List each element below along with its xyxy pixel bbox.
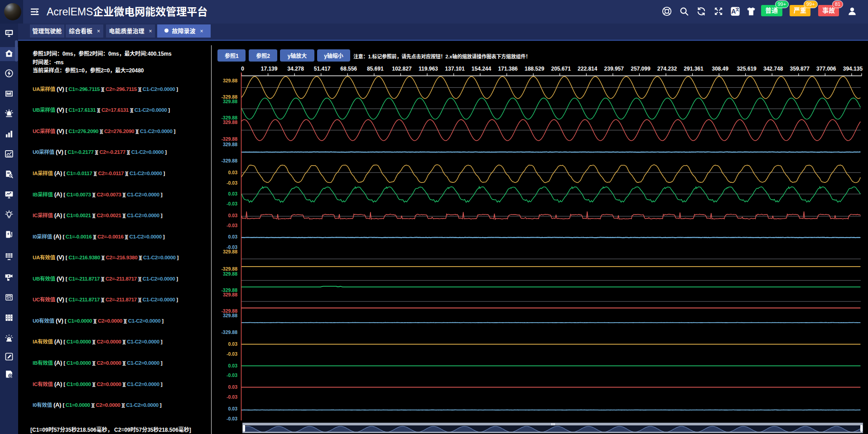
edit-icon[interactable] xyxy=(5,352,14,361)
unit-label: (A) xyxy=(53,338,64,345)
cctv-camera-icon[interactable] xyxy=(5,272,14,281)
bracket: ][ xyxy=(121,213,127,218)
c2-value: C2=0.0000 xyxy=(96,360,121,366)
bracket: ][ xyxy=(92,318,98,324)
diff-value: C1-C2=0.0000 xyxy=(131,149,164,155)
alarm-button-3[interactable]: 事故81 xyxy=(818,5,839,16)
svg-text:34.278: 34.278 xyxy=(287,66,304,72)
c1-value: C1=0.0000 xyxy=(67,382,91,387)
svg-text:0: 0 xyxy=(241,66,244,72)
server-icon[interactable] xyxy=(5,293,14,302)
svg-text:文: 文 xyxy=(735,7,739,12)
bracket: ][ xyxy=(96,107,101,113)
chart-folder-icon[interactable] xyxy=(5,89,14,98)
diff-value: C1-C2=0.0000 xyxy=(135,107,167,113)
fullscreen-icon[interactable] xyxy=(714,6,723,16)
svg-text:0.03: 0.03 xyxy=(228,406,238,411)
bracket: ][ xyxy=(100,255,106,260)
tab-2[interactable]: 综合看板× xyxy=(66,24,103,38)
channel-label: IB有效值 xyxy=(33,360,53,366)
svg-text:102.827: 102.827 xyxy=(392,66,412,72)
svg-text:119.963: 119.963 xyxy=(419,66,438,72)
avatar[interactable] xyxy=(4,3,21,20)
tab-label: 综合看板 xyxy=(69,28,92,34)
c1-value: C1=-0.2177 xyxy=(68,149,93,155)
diff-value: C1-C2=0.0000 xyxy=(143,86,175,92)
datazoom-slider[interactable] xyxy=(242,423,863,433)
tab-close-icon[interactable]: × xyxy=(97,28,100,34)
tab-4[interactable]: 故障录波× xyxy=(157,24,211,38)
alarm-siren-icon[interactable] xyxy=(5,109,14,118)
bracket: ][ xyxy=(100,86,106,92)
doc-gear-icon[interactable] xyxy=(5,370,14,379)
display-icon[interactable] xyxy=(5,29,14,38)
alarm-button-1[interactable]: 普通99+ xyxy=(761,5,782,16)
svg-text:0.03: 0.03 xyxy=(228,363,238,368)
bracket: ][ xyxy=(98,129,104,134)
svg-text:329.88: 329.88 xyxy=(223,249,237,254)
top-header: AcrelEMS企业微电网能效管理平台 A文 普通99+严重99+事故81 xyxy=(23,0,868,24)
c1-value: C1=0.0000 xyxy=(67,339,91,344)
alarm-badge: 99+ xyxy=(775,0,789,8)
tab-close-icon[interactable]: × xyxy=(149,28,152,34)
datazoom-right-handle[interactable] xyxy=(860,425,863,432)
c2-value: C2=-296.7115 xyxy=(106,86,137,92)
svg-text:-0.03: -0.03 xyxy=(227,372,237,378)
svg-text:329.88: 329.88 xyxy=(223,142,237,147)
bulb-icon[interactable] xyxy=(5,210,14,219)
bracket: ][ xyxy=(121,360,127,366)
svg-text:-0.03: -0.03 xyxy=(227,416,237,421)
tab-1[interactable]: 管理驾驶舱 xyxy=(30,24,64,38)
bracket: ][ xyxy=(121,192,127,197)
channel-label: IA有效值 xyxy=(33,339,53,344)
channel-row-U0有效值: U0有效值 (V) [ C1=0.0000 ][ C2=0.0000 ][ C1… xyxy=(33,317,164,324)
unit-label: (A) xyxy=(53,191,64,198)
c2-value: C2=-0.0117 xyxy=(98,171,124,176)
unit-label: (V) xyxy=(55,275,66,282)
datazoom-left-handle[interactable] xyxy=(243,425,245,432)
svg-text:0.03: 0.03 xyxy=(228,341,238,347)
c1-value: C1=-211.8717 xyxy=(68,297,100,302)
page-title: AcrelEMS企业微电网能效管理平台 xyxy=(47,0,207,24)
tab-3[interactable]: 电能质量治理× xyxy=(106,24,155,38)
search-icon[interactable] xyxy=(679,6,689,16)
c1-value: C1=0.0073 xyxy=(67,192,91,197)
theme-shirt-icon[interactable] xyxy=(746,6,756,16)
unit-label: (A) xyxy=(52,401,63,408)
alarm-button-label: 事故 xyxy=(822,7,835,14)
alarm-lamp-icon[interactable] xyxy=(5,334,14,343)
line-chart-icon[interactable] xyxy=(5,149,14,158)
channel-label: IB采样值 xyxy=(33,192,53,197)
c2-value: C2=0.0000 xyxy=(96,382,121,387)
datazoom-grip[interactable] xyxy=(551,423,555,425)
menu-fold-icon[interactable] xyxy=(31,8,40,15)
archive-icon[interactable] xyxy=(5,313,14,322)
alarm-button-2[interactable]: 严重99+ xyxy=(790,5,810,16)
solar-panel-icon[interactable] xyxy=(5,252,14,261)
bracket: ] xyxy=(160,318,163,324)
c2-value: C2=-0.2177 xyxy=(99,149,125,155)
sidebar-scrollbar[interactable] xyxy=(15,40,18,62)
waveform-plot[interactable]: 017.13934.27851.41768.55685.691102.82711… xyxy=(212,40,868,434)
svg-text:329.88: 329.88 xyxy=(223,119,237,125)
channel-row-IB采样值: IB采样值 (A) [ C1=0.0073 ][ C2=0.0073 ][ C1… xyxy=(33,191,162,198)
energy-icon[interactable] xyxy=(5,69,14,78)
alarm-badge: 99+ xyxy=(804,0,818,8)
tab-close-icon[interactable]: × xyxy=(200,28,203,34)
svg-text:329.88: 329.88 xyxy=(223,99,237,104)
ev-charger-icon[interactable] xyxy=(5,230,14,239)
user-icon[interactable] xyxy=(847,6,857,16)
alarm-button-label: 普通 xyxy=(765,7,778,14)
c2-value: C2=276.2090 xyxy=(104,129,134,134)
doc-search-icon[interactable] xyxy=(5,170,14,179)
home-icon[interactable] xyxy=(5,49,14,58)
bracket: ][ xyxy=(100,276,106,281)
bar-chart-icon[interactable] xyxy=(5,129,14,138)
help-icon[interactable] xyxy=(662,6,672,16)
svg-text:-329.88: -329.88 xyxy=(221,158,237,163)
channel-label: I0采样值 xyxy=(33,234,52,239)
translate-icon[interactable]: A文 xyxy=(730,6,740,16)
refresh-icon[interactable] xyxy=(696,6,706,16)
bracket: ][ xyxy=(91,360,97,366)
monitor-chart-icon[interactable] xyxy=(5,190,14,199)
